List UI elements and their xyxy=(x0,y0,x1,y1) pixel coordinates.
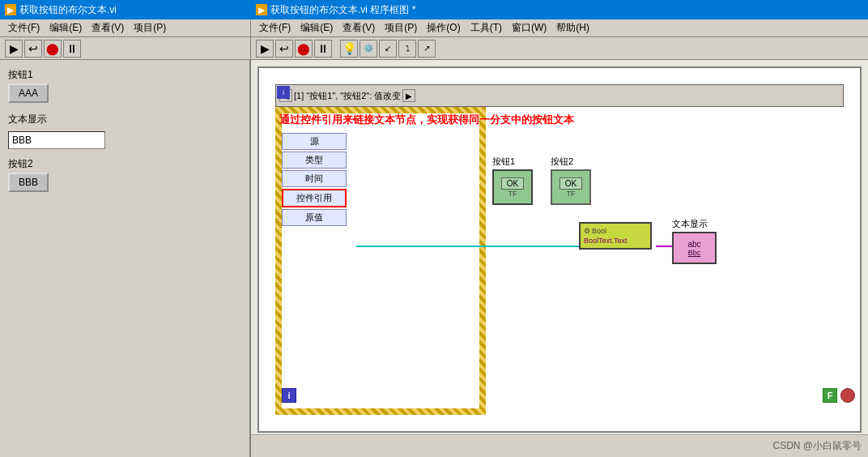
button2-label: 按钮2 xyxy=(8,157,241,171)
right-menu-bar: 文件(F) 编辑(E) 查看(V) 项目(P) 操作(O) 工具(T) 窗口(W… xyxy=(251,19,868,36)
text-display-label: 文本显示 xyxy=(8,113,47,126)
stop-button[interactable]: ⬤ xyxy=(44,40,62,58)
left-title-bar: ▶ 获取按钮的布尔文本.vi xyxy=(0,0,251,19)
right-toolbar: ▶ ↩ ⬤ ⏸ 💡 ⚙️ ↙ ⤵ ↗ xyxy=(251,37,868,59)
f-icon: F xyxy=(823,388,837,403)
bool-node: ⚙ Bool BoolText.Text xyxy=(579,222,652,250)
right-window-icon: ▶ xyxy=(256,4,267,15)
diag-text-display-group: 文本显示 abc Bbc xyxy=(672,218,717,264)
diag-button2-ok: OK xyxy=(560,177,582,190)
toolbar-row: ▶ ↩ ⬤ ⏸ ▶ ↩ ⬤ ⏸ 💡 ⚙️ ↙ ⤵ ↗ xyxy=(0,37,868,60)
left-menu-view[interactable]: 查看(V) xyxy=(87,19,129,36)
left-menu-edit[interactable]: 编辑(E) xyxy=(45,19,87,36)
right-menu-tools[interactable]: 工具(T) xyxy=(466,19,507,36)
left-toolbar: ▶ ↩ ⬤ ⏸ xyxy=(0,37,251,59)
credit-text: CSDN @小白鼠零号 xyxy=(772,439,862,453)
menu-bar-row: 文件(F) 编辑(E) 查看(V) 项目(P) 文件(F) 编辑(E) 查看(V… xyxy=(0,19,868,37)
left-menu-project[interactable]: 项目(P) xyxy=(129,19,171,36)
right-menu-help[interactable]: 帮助(H) xyxy=(551,19,594,36)
diag-button2-control[interactable]: OK TF xyxy=(551,169,591,205)
right-menu-view[interactable]: 查看(V) xyxy=(338,19,380,36)
diag-text-display-label: 文本显示 xyxy=(672,218,717,230)
svg-point-2 xyxy=(844,391,852,399)
probe-button[interactable]: ⚙️ xyxy=(360,40,377,58)
button2-group: 按钮2 BBB xyxy=(8,157,241,195)
diag-button1-tf: TF xyxy=(508,190,517,198)
text-display-row: 文本显示 xyxy=(8,113,241,128)
info-icon: i xyxy=(282,388,296,403)
abort-button[interactable]: ↩ xyxy=(24,40,42,58)
diag-button1-control[interactable]: OK TF xyxy=(492,169,533,205)
diag-button2-tf: TF xyxy=(567,190,576,198)
pause-button[interactable]: ⏸ xyxy=(63,40,81,58)
step-over-button[interactable]: ⤵ xyxy=(398,40,416,58)
right-pause-button[interactable]: ⏸ xyxy=(314,40,332,58)
right-window-title: 获取按钮的布尔文本.vi 程序框图 * xyxy=(270,3,415,17)
diagram-outer-icon: i xyxy=(277,86,290,99)
diag-button2-group: 按钮2 OK TF xyxy=(551,156,591,205)
run-button[interactable]: ▶ xyxy=(5,40,23,58)
bool-node-title: ⚙ Bool xyxy=(584,227,647,235)
block-diagram: i 通过控件引用来链接文本节点，实现获得同一分支中的按钮文本 ◀ [1] "按钮… xyxy=(251,60,868,457)
main-content: 按钮1 AAA 文本显示 BBB 按钮2 BBB i 通过控件引用来链接文本节点… xyxy=(0,60,868,457)
diag-button1-group: 按钮1 OK TF xyxy=(492,156,533,205)
button1-control[interactable]: AAA xyxy=(8,83,49,103)
bool-node-port: BoolText.Text xyxy=(584,237,647,245)
light-bulb-button[interactable]: 💡 xyxy=(340,40,358,58)
stop-icon xyxy=(840,388,855,403)
event-header: ◀ [1] "按钮1", "按钮2": 值改变 ▶ xyxy=(275,84,844,107)
left-menu-bar: 文件(F) 编辑(E) 查看(V) 项目(P) xyxy=(0,19,251,36)
right-stop-button[interactable]: ⬤ xyxy=(295,40,313,58)
left-window-icon: ▶ xyxy=(5,4,16,15)
diag-button1-label: 按钮1 xyxy=(492,156,533,168)
diag-text-display-box: abc Bbc xyxy=(672,232,717,264)
button1-label: 按钮1 xyxy=(8,68,241,82)
event-field-source[interactable]: 源 xyxy=(282,133,347,150)
diag-text-bbc: Bbc xyxy=(688,249,701,257)
text-display-value: BBB xyxy=(8,131,105,149)
left-menu-file[interactable]: 文件(F) xyxy=(3,19,45,36)
event-field-type[interactable]: 类型 xyxy=(282,152,347,169)
step-out-button[interactable]: ↗ xyxy=(418,40,436,58)
button2-control[interactable]: BBB xyxy=(8,173,49,192)
button1-group: 按钮1 AAA xyxy=(8,68,241,106)
event-field-orig[interactable]: 原值 xyxy=(282,209,347,226)
diag-text-abc: abc xyxy=(687,240,700,249)
right-abort-button[interactable]: ↩ xyxy=(275,40,293,58)
annotation-text: 通过控件引用来链接文本节点，实现获得同一分支中的按钮文本 xyxy=(279,113,698,127)
right-menu-edit[interactable]: 编辑(E) xyxy=(296,19,338,36)
right-menu-operate[interactable]: 操作(O) xyxy=(422,19,465,36)
right-title-bar: ▶ 获取按钮的布尔文本.vi 程序框图 * xyxy=(251,0,868,19)
diagram-canvas: i 通过控件引用来链接文本节点，实现获得同一分支中的按钮文本 ◀ [1] "按钮… xyxy=(257,66,862,433)
front-panel: 按钮1 AAA 文本显示 BBB 按钮2 BBB xyxy=(0,60,251,457)
event-next-button[interactable]: ▶ xyxy=(402,89,415,102)
diag-button1-ok: OK xyxy=(501,177,524,190)
right-menu-project[interactable]: 项目(P) xyxy=(380,19,422,36)
bottom-bar: CSDN @小白鼠零号 xyxy=(251,434,868,457)
event-title: [1] "按钮1", "按钮2": 值改变 xyxy=(294,90,401,102)
right-run-button[interactable]: ▶ xyxy=(256,40,274,58)
diag-button2-label: 按钮2 xyxy=(551,156,591,168)
event-fields-list: 源 类型 时间 控件引用 原值 xyxy=(282,133,347,228)
step-into-button[interactable]: ↙ xyxy=(379,40,397,58)
event-field-time[interactable]: 时间 xyxy=(282,170,347,187)
event-nav-left: ◀ [1] "按钮1", "按钮2": 值改变 ▶ xyxy=(279,89,415,102)
event-field-ref[interactable]: 控件引用 xyxy=(282,189,347,207)
right-menu-window[interactable]: 窗口(W) xyxy=(507,19,551,36)
right-menu-file[interactable]: 文件(F) xyxy=(254,19,296,36)
left-window-title: 获取按钮的布尔文本.vi xyxy=(19,3,117,17)
title-bar-row: ▶ 获取按钮的布尔文本.vi ▶ 获取按钮的布尔文本.vi 程序框图 * xyxy=(0,0,868,19)
